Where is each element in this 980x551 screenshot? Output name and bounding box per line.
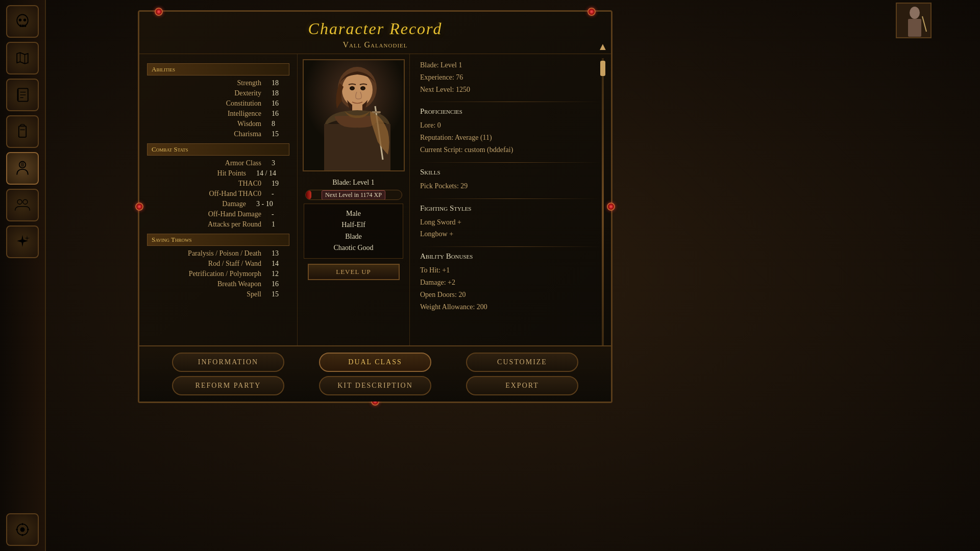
reputation-text: Reputation: Average (11) [420,132,601,144]
script-text: Current Script: custom (bddefai) [420,144,601,156]
saving-throws-header: Saving Throws [147,234,289,246]
svg-point-2 [23,19,26,21]
skull-icon [13,12,32,31]
stats-panel: Abilities Strength 18 Dexterity 18 Const… [139,54,298,372]
svg-point-31 [342,72,373,107]
kit-description-button[interactable]: KIT DESCRIPTION [319,376,431,395]
stat-strength: Strength 18 [147,78,289,88]
to-hit-text: To Hit: +1 [420,264,601,277]
open-doors-text: Open Doors: 20 [420,289,601,301]
sidebar-item-journal[interactable] [6,79,39,111]
char-race: Half-Elf [308,219,399,231]
char-info-box: Male Half-Elf Blade Chaotic Good [304,204,403,259]
panel-gem-mr [607,203,615,211]
mini-portrait-image [897,4,932,38]
divider-1 [420,102,601,102]
sidebar-item-character[interactable] [6,152,39,185]
svg-point-1 [19,19,21,21]
scroll-up-arrow[interactable]: ▲ [598,54,608,56]
mini-portrait[interactable] [896,3,932,38]
svg-point-34 [351,87,353,90]
character-icon [13,159,32,178]
fighting-styles-section: Fighting Styles Long Sword + Longbow + [420,202,601,241]
bottom-bar: INFORMATION REFORM PARTY DUAL CLASS KIT … [139,345,611,402]
portrait-area [303,59,405,171]
stat-paralysis: Paralysis / Poison / Death 13 [147,248,289,259]
svg-rect-3 [20,24,22,27]
stat-attacks: Attacks per Round 1 [147,219,289,230]
xp-bar-container: Next Level in 1174 XP [305,190,402,200]
stat-breath: Breath Weapon 16 [147,279,289,289]
class-info-section: Blade: Level 1 Experience: 76 Next Level… [420,59,601,95]
svg-rect-5 [24,24,27,27]
stat-dexterity: Dexterity 18 [147,88,289,98]
proficiencies-section: Proficiencies Lore: 0 Reputation: Averag… [420,105,601,156]
level-up-button[interactable]: LEVEL UP [308,264,400,280]
stat-rod: Rod / Staff / Wand 14 [147,259,289,269]
stat-hit-points: Hit Points 14 / 14 [147,168,289,179]
proficiencies-heading: Proficiencies [420,105,601,118]
information-button[interactable]: INFORMATION [172,353,284,372]
xp-label: Next Level in 1174 XP [306,190,402,199]
stat-armor-class: Armor Class 3 [147,158,289,168]
sidebar-item-skull[interactable] [6,5,39,38]
combat-header: Combat Stats [147,143,289,156]
center-button-group: DUAL CLASS KIT DESCRIPTION [319,353,431,395]
class-label: Blade: Level 1 [332,179,374,187]
stat-spell: Spell 15 [147,289,289,299]
char-gender: Male [308,208,399,219]
map-icon [13,49,32,67]
weight-allowance-text: Weight Allowance: 200 [420,301,601,313]
class-level-text: Blade: Level 1 [420,59,601,71]
sidebar-item-party[interactable] [6,189,39,221]
long-sword-text: Long Sword + [420,216,601,229]
stat-petrification: Petrification / Polymorph 12 [147,269,289,279]
next-level-text: Next Level: 1250 [420,84,601,96]
stat-damage: Damage 3 - 10 [147,199,289,209]
left-button-group: INFORMATION REFORM PARTY [172,353,284,395]
portrait-canvas [304,60,404,170]
customize-button[interactable]: CUSTOMIZE [466,353,578,372]
right-button-group: CUSTOMIZE EXPORT [466,353,578,395]
svg-rect-13 [19,126,26,137]
party-icon [13,196,32,214]
divider-4 [420,246,601,247]
lore-text: Lore: 0 [420,119,601,132]
middle-panel: Blade: Level 1 Next Level in 1174 XP Mal… [298,54,410,372]
stat-charisma: Charisma 15 [147,129,289,139]
longbow-text: Longbow + [420,228,601,240]
ability-bonuses-heading: Ability Bonuses [420,249,601,263]
sidebar-item-spells[interactable] [6,226,39,258]
export-button[interactable]: EXPORT [466,376,578,395]
sidebar-item-map[interactable] [6,42,39,74]
char-alignment: Chaotic Good [308,242,399,254]
scroll-rail[interactable]: ▲ ▼ [600,54,606,372]
stat-intelligence: Intelligence 16 [147,109,289,119]
abilities-header: Abilities [147,63,289,76]
scroll-track[interactable] [602,58,604,355]
stat-constitution: Constitution 16 [147,98,289,109]
skills-section: Skills Pick Pockets: 29 [420,165,601,192]
svg-point-20 [20,528,25,532]
scroll-thumb [600,61,605,76]
svg-point-18 [23,199,28,204]
svg-point-35 [362,87,364,90]
divider-2 [420,162,601,163]
pick-pockets-text: Pick Pockets: 29 [420,180,601,192]
divider-3 [420,198,601,199]
main-panel: Character Record Vall Galanodiel Abiliti… [138,10,612,403]
sidebar-item-options[interactable] [6,513,39,546]
svg-point-16 [20,162,24,167]
info-panel: ▲ ▼ Blade: Level 1 Experience: 76 Next L… [410,54,611,372]
stat-offhand-thac0: Off-Hand THAC0 - [147,189,289,199]
sidebar-item-inventory[interactable] [6,115,39,148]
stat-offhand-damage: Off-Hand Damage - [147,209,289,219]
inventory-icon [13,122,32,141]
experience-text: Experience: 76 [420,71,601,84]
dual-class-button[interactable]: DUAL CLASS [319,353,431,372]
skills-heading: Skills [420,165,601,179]
reform-party-button[interactable]: REFORM PARTY [172,376,284,395]
xp-tooltip: Next Level in 1174 XP [322,190,385,200]
panel-header: Character Record Vall Galanodiel [139,12,611,54]
portrait-svg [304,60,405,171]
